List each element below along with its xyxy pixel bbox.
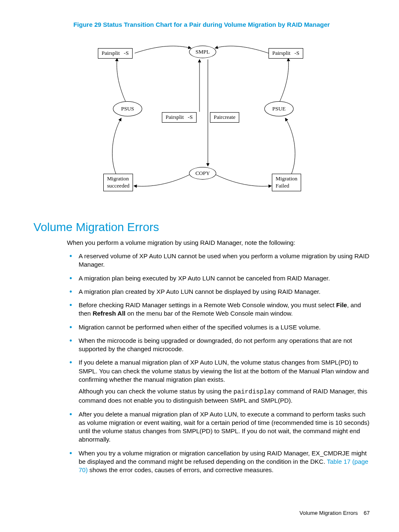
list-item: A migration plan being executed by XP Au…	[79, 274, 370, 283]
node-pairsplit-top-right: Pairsplit -S	[269, 48, 303, 59]
node-migration-succeeded: Migration succeeded	[103, 174, 133, 191]
list-item-text: A reserved volume of XP Auto LUN cannot …	[79, 252, 370, 269]
node-pairsplit-top-left: Pairsplit -S	[98, 48, 133, 59]
node-psue: PSUE	[264, 101, 294, 116]
list-item-text: A migration plan created by XP Auto LUN …	[79, 288, 370, 296]
node-pairsplit-mid: Pairsplit -S	[162, 112, 197, 123]
node-migration-failed: Migration Failed	[272, 174, 301, 191]
list-item-text: A migration plan being executed by XP Au…	[79, 274, 370, 283]
figure-caption: Figure 29 Status Transition Chart for a …	[33, 21, 370, 28]
page-footer: Volume Migration Errors67	[299, 510, 370, 516]
list-item-text: Before checking RAID Manager settings in…	[79, 301, 370, 318]
footer-title: Volume Migration Errors	[299, 510, 358, 516]
list-item-text: When the microcode is being upgraded or …	[79, 337, 370, 354]
node-copy: COPY	[189, 167, 216, 180]
list-item: Migration cannot be performed when eithe…	[79, 323, 370, 332]
list-item: After you delete a manual migration plan…	[79, 410, 370, 444]
list-item: A reserved volume of XP Auto LUN cannot …	[79, 252, 370, 269]
list-item-text: After you delete a manual migration plan…	[79, 410, 370, 444]
section-heading: Volume Migration Errors	[33, 221, 370, 234]
footer-page-number: 67	[364, 510, 370, 516]
list-item: When you try a volume migration or migra…	[79, 449, 370, 475]
list-item-text: When you try a volume migration or migra…	[79, 449, 370, 475]
list-item-extra: Although you can check the volume status…	[79, 387, 370, 405]
figure-diagram: SMPL COPY PSUS PSUE Pairsplit -S Pairspl…	[33, 36, 370, 195]
list-item: If you delete a manual migration plan of…	[79, 358, 370, 405]
list-item: A migration plan created by XP Auto LUN …	[79, 288, 370, 296]
list-item-text: Migration cannot be performed when eithe…	[79, 323, 370, 332]
node-smpl: SMPL	[189, 46, 216, 58]
node-psus: PSUS	[113, 101, 142, 116]
section-intro: When you perform a volume migration by u…	[67, 239, 370, 246]
list-item: Before checking RAID Manager settings in…	[79, 301, 370, 318]
list-item-text: If you delete a manual migration plan of…	[79, 358, 370, 384]
error-list: A reserved volume of XP Auto LUN cannot …	[67, 252, 370, 479]
list-item: When the microcode is being upgraded or …	[79, 337, 370, 354]
node-paircreate: Paircreate	[210, 112, 239, 123]
